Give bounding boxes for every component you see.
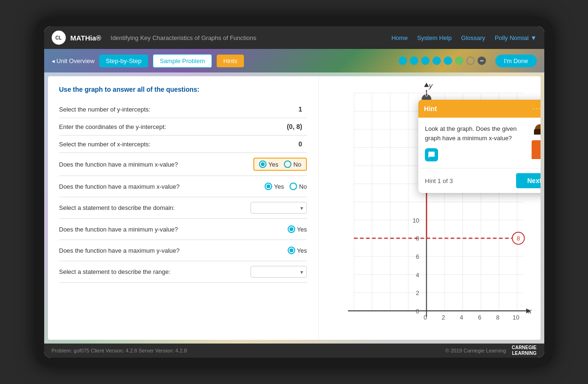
max-x-yes-label: Yes (274, 183, 284, 190)
svg-text:2: 2 (442, 314, 445, 321)
svg-text:10: 10 (413, 217, 419, 224)
min-y-yes-radio[interactable] (288, 225, 295, 233)
question-row-6: Select a statement to describe the domai… (59, 197, 307, 219)
min-x-no-option[interactable]: No (284, 160, 301, 168)
unit-overview-link[interactable]: ◂ Unit Overview (52, 57, 95, 64)
question-row-2: Enter the coordinates of the y-intercept… (59, 118, 307, 136)
svg-text:6: 6 (416, 253, 419, 260)
question-row-4: Does the function have a minimum x-value… (59, 153, 307, 176)
progress-dots: − (399, 56, 486, 65)
svg-text:4: 4 (460, 314, 463, 321)
hint-count: Hint 1 of 3 (425, 177, 453, 184)
footer-logo: CARNEGIE LEARNING (512, 345, 537, 356)
toolbar-strip: ◂ Unit Overview Step-by-Step Sample Prob… (44, 49, 544, 72)
progress-dot-8: − (478, 56, 486, 65)
sample-problem-button[interactable]: Sample Problem (153, 54, 212, 68)
min-x-yes-radio[interactable] (259, 160, 267, 168)
range-select-wrapper[interactable] (251, 266, 307, 278)
max-y-yes-option[interactable]: Yes (288, 247, 307, 254)
question-row-7: Does the function have a minimum y-value… (59, 219, 307, 240)
max-y-yes-radio[interactable] (288, 247, 295, 254)
min-y-yes-label: Yes (297, 226, 307, 233)
question-answer-3: 0 (279, 140, 307, 148)
svg-text:0: 0 (416, 308, 419, 315)
min-x-yes-option[interactable]: Yes (259, 160, 278, 168)
svg-text:8: 8 (496, 314, 499, 321)
max-x-no-option[interactable]: No (290, 183, 307, 190)
app-title: MATHia® (71, 34, 102, 42)
max-y-radio-group[interactable]: Yes (288, 245, 307, 256)
question-label-6: Select a statement to describe the domai… (59, 204, 251, 211)
question-header: Use the graph to answer all of the quest… (59, 86, 307, 93)
min-y-yes-option[interactable]: Yes (288, 225, 307, 233)
footer-copyright: © 2019 Carnegie Learning (446, 348, 506, 353)
home-link[interactable]: Home (392, 34, 408, 41)
svg-text:0: 0 (423, 314, 427, 321)
range-select[interactable] (251, 266, 307, 278)
top-navigation: CL MATHia® Identifying Key Characteristi… (44, 26, 544, 49)
question-row-8: Does the function have a maximum y-value… (59, 240, 307, 261)
hint-body: Look at the graph. Does the given graph … (418, 118, 540, 168)
max-x-radio-group[interactable]: Yes No (265, 181, 307, 192)
hint-avatar (527, 124, 540, 159)
hints-button[interactable]: Hints (217, 55, 244, 67)
domain-select[interactable] (251, 202, 307, 214)
footer-problem-info: Problem: gof075 Client Version: 4.2.8 Se… (52, 348, 446, 353)
im-done-button[interactable]: I'm Done (495, 55, 537, 67)
svg-text:6: 6 (478, 314, 481, 321)
max-x-no-radio[interactable] (290, 183, 297, 190)
svg-text:8: 8 (517, 235, 520, 242)
glossary-link[interactable]: Glossary (461, 34, 485, 41)
nav-links: Home System Help Glossary Polly Nomial ▼ (392, 34, 537, 41)
min-x-no-label: No (293, 161, 301, 168)
user-menu[interactable]: Polly Nomial ▼ (494, 34, 536, 41)
question-label-4: Does the function have a minimum x-value… (59, 161, 254, 168)
question-row-5: Does the function have a maximum x-value… (59, 176, 307, 197)
svg-marker-26 (424, 83, 429, 87)
svg-text:2: 2 (416, 289, 419, 296)
question-row-3: Select the number of x-intercepts: 0 (59, 136, 307, 153)
max-x-no-label: No (299, 183, 307, 190)
max-x-yes-option[interactable]: Yes (265, 183, 284, 190)
svg-text:x: x (527, 307, 532, 315)
hint-text: Look at the graph. Does the given graph … (425, 124, 521, 143)
toolbar: ◂ Unit Overview Step-by-Step Sample Prob… (44, 49, 544, 72)
progress-dot-5 (444, 56, 452, 65)
hint-header: Hint ··· ✕ (418, 100, 540, 118)
progress-dot-1 (399, 56, 407, 65)
question-answer-1: 1 (279, 105, 307, 113)
chat-icon (425, 148, 438, 161)
svg-text:y: y (428, 81, 433, 89)
svg-text:0: 0 (425, 92, 428, 97)
progress-dot-6 (455, 56, 463, 65)
svg-text:4: 4 (416, 272, 419, 279)
question-label-1: Select the number of y-intercepts: (59, 106, 279, 113)
question-label-3: Select the number of x-intercepts: (59, 141, 279, 148)
system-help-link[interactable]: System Help (417, 34, 452, 41)
domain-select-wrapper[interactable] (251, 202, 307, 214)
min-y-radio-group[interactable]: Yes (288, 224, 307, 235)
max-y-yes-label: Yes (297, 247, 307, 254)
footer: Problem: gof075 Client Version: 4.2.8 Se… (44, 344, 544, 358)
max-x-yes-radio[interactable] (265, 183, 272, 190)
question-answer-2: (0, 8) (279, 123, 307, 130)
hint-title: Hint (424, 105, 437, 112)
min-x-radio-group[interactable]: Yes No (253, 158, 307, 171)
question-row-1: Select the number of y-intercepts: 1 (59, 101, 307, 118)
hint-dialog: Hint ··· ✕ Look at the graph. Does the g… (418, 100, 540, 193)
min-x-yes-label: Yes (268, 161, 278, 168)
min-x-no-radio[interactable] (284, 160, 291, 168)
question-label-7: Does the function have a minimum y-value… (59, 226, 288, 233)
graph-panel: x y 0 2 4 6 8 10 0 2 4 6 8 (319, 76, 541, 340)
progress-dot-2 (410, 56, 418, 65)
question-label-9: Select a statement to describe the range… (59, 268, 251, 275)
questions-panel: Use the graph to answer all of the quest… (48, 76, 319, 340)
chevron-down-icon: ▼ (531, 34, 537, 41)
svg-text:10: 10 (512, 314, 519, 321)
question-label-8: Does the function have a maximum y-value… (59, 247, 288, 254)
step-by-step-button[interactable]: Step-by-Step (99, 55, 148, 67)
hint-next-button[interactable]: Next (516, 173, 541, 188)
question-label-5: Does the function have a maximum x-value… (59, 183, 265, 190)
question-label-2: Enter the coordinates of the y-intercept… (59, 123, 279, 130)
page-title: Identifying Key Characteristics of Graph… (110, 34, 391, 41)
